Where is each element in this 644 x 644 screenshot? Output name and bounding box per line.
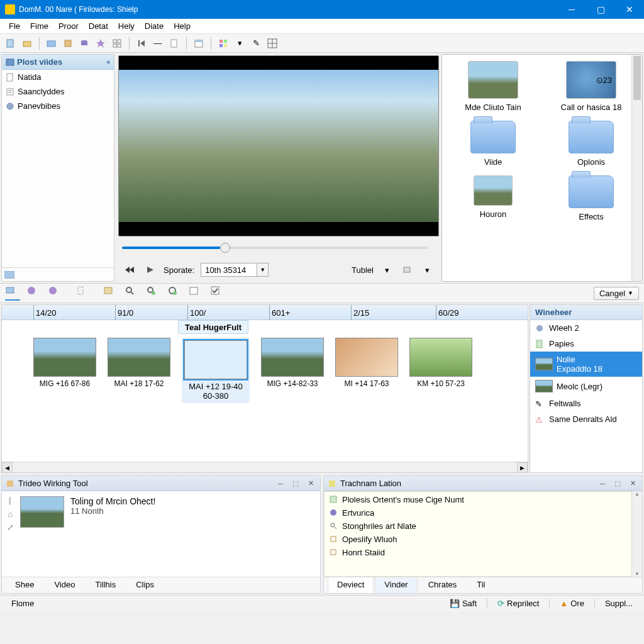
tubl-dropdown-1[interactable]: ▾ (380, 263, 394, 277)
tl-cal-icon[interactable] (189, 286, 204, 301)
tl-globe2-icon[interactable] (48, 286, 63, 301)
tl-marker-icon[interactable] (75, 286, 91, 301)
menu-hely[interactable]: Hely (113, 20, 140, 32)
tubl-icon[interactable] (400, 263, 414, 277)
tab-clips[interactable]: Clips (126, 577, 164, 593)
lib-item-houron[interactable]: Houron (447, 175, 539, 221)
panel-min-button[interactable]: ─ (275, 478, 286, 489)
log-item[interactable]: Plolesis Ortent's muse Cige Numt (325, 493, 641, 506)
tool-grid-icon[interactable] (110, 36, 124, 50)
home-small-icon[interactable]: ⌂ (8, 509, 13, 519)
tool-table-icon[interactable] (265, 36, 279, 50)
sidebar-item-panevbibes[interactable]: Panevbibes (2, 99, 114, 113)
menu-diate[interactable]: Diate (140, 20, 169, 32)
sporate-dropdown[interactable]: ▼ (257, 263, 269, 277)
timeline-ruler[interactable]: 14/20 91/0 100/ 601+ 2/15 60/29 (2, 305, 528, 320)
lib-item-viide[interactable]: Viide (447, 121, 539, 167)
scroll-left-button[interactable]: ◀ (2, 462, 13, 473)
status-reprilect[interactable]: ⟳Reprilect (491, 597, 545, 609)
sidebar-header[interactable]: Plost viides « (2, 55, 114, 70)
clip-item[interactable]: MIG +14-82-33 (261, 338, 324, 388)
maximize-button[interactable]: ▢ (586, 0, 615, 19)
ts-item-feltwalls[interactable]: ✎Feltwalls (530, 396, 642, 411)
tool-new-icon[interactable] (4, 36, 18, 50)
menu-help[interactable]: Help (169, 20, 196, 32)
log-item[interactable]: Stonghriles art Nlate (325, 519, 641, 533)
play-button[interactable] (143, 263, 157, 277)
library-scrollbar[interactable] (631, 55, 642, 281)
tool-entry[interactable]: Toling of Mrcin Ohect! 11 Nonth (70, 496, 155, 516)
menu-detat[interactable]: Detat (84, 20, 113, 32)
tool-star-icon[interactable] (94, 36, 108, 50)
menu-fle[interactable]: Fle (4, 20, 25, 32)
tl-globe1-icon[interactable] (26, 286, 42, 301)
clip-item[interactable]: MAI +18 17-62 (108, 338, 170, 388)
tool-skip-start-icon[interactable] (135, 36, 148, 50)
status-home[interactable]: Flome (5, 597, 40, 609)
scroll-right-button[interactable]: ▶ (517, 462, 528, 473)
tool-dash-icon[interactable]: — (151, 36, 165, 50)
tool-puzzle-icon[interactable] (61, 36, 75, 50)
tool-page-icon[interactable] (167, 36, 181, 50)
status-suppl[interactable]: Suppl... (599, 597, 639, 609)
tl-zoomin-icon[interactable] (146, 286, 161, 301)
minimize-button[interactable]: ─ (557, 0, 586, 19)
timeline-hscrollbar[interactable]: ◀ ▶ (2, 462, 528, 472)
close-button[interactable]: ✕ (615, 0, 644, 19)
ts-item-same-denralts[interactable]: ⚠Same Denralts Ald (530, 411, 642, 427)
tab-til[interactable]: Til (467, 577, 494, 593)
expand-icon[interactable]: ⤢ (7, 523, 14, 532)
lib-item-call-hasica[interactable]: ⊙23Call or hasica 18 (545, 61, 637, 112)
seek-slider[interactable] (122, 247, 429, 249)
prev-button[interactable] (123, 263, 137, 277)
tool-db-icon[interactable] (77, 36, 91, 50)
tab-vinder[interactable]: Vinder (375, 577, 417, 593)
tool-open-icon[interactable] (20, 36, 34, 50)
sidebar-item-saanclyddes[interactable]: Saanclyddes (2, 84, 114, 99)
tl-image-icon[interactable] (103, 286, 118, 301)
seek-thumb[interactable] (220, 243, 230, 253)
tl-check-icon[interactable] (210, 286, 225, 301)
clip-item[interactable]: MI +14 17-63 (335, 338, 398, 388)
tl-zoom-icon[interactable] (125, 286, 140, 301)
ts-item-papies[interactable]: Papies (530, 336, 642, 352)
panel-close-button[interactable]: ✕ (305, 478, 316, 489)
clip-item[interactable]: KM +10 57-23 (409, 338, 472, 388)
lib-item-mde-cliuto[interactable]: Mde Cliuto Tain (447, 61, 539, 112)
lib-item-oplonis[interactable]: Oplonis (545, 121, 637, 167)
tubl-dropdown-2[interactable]: ▾ (420, 263, 434, 277)
tool-palette-icon[interactable] (216, 36, 230, 50)
clip-item-selected[interactable]: MAI +12 19-4060-380 (182, 338, 250, 403)
tab-tillhis[interactable]: Tillhis (86, 577, 125, 593)
menu-fime[interactable]: Fime (25, 20, 53, 32)
log-item[interactable]: Honrt Staiid (325, 546, 641, 559)
tool-dropdown-icon[interactable]: ▾ (233, 36, 247, 50)
tab-chrates[interactable]: Chrates (419, 577, 467, 593)
ts-item-nolie[interactable]: NolieExpaddto 18 (530, 352, 642, 377)
tool-calendar-icon[interactable] (192, 36, 206, 50)
status-saft[interactable]: 💾Saft (443, 597, 483, 609)
log-scrollbar[interactable] (631, 491, 642, 577)
panel-close-button[interactable]: ✕ (627, 478, 638, 489)
panel-min-button[interactable]: ─ (597, 478, 608, 489)
tab-shee[interactable]: Shee (6, 577, 43, 593)
video-preview[interactable] (118, 55, 439, 236)
log-item[interactable]: Opeslify Wluoh (325, 533, 641, 546)
card-icon[interactable] (4, 271, 14, 279)
tab-deviect[interactable]: Deviect (328, 577, 374, 593)
cancel-button[interactable]: Cangel▼ (594, 287, 639, 300)
tl-view-icon[interactable] (5, 286, 20, 301)
tl-zoomout-icon[interactable] (167, 286, 182, 301)
status-ore[interactable]: ▲Ore (553, 597, 591, 609)
panel-pin-button[interactable]: ⬚ (290, 478, 301, 489)
sidebar-item-natida[interactable]: Natida (2, 70, 114, 84)
sporate-input[interactable] (201, 263, 257, 277)
lib-item-effects[interactable]: Effects (545, 175, 637, 221)
clip-item[interactable]: MIG +16 67-86 (33, 338, 96, 388)
tool-pencil-icon[interactable]: ✎ (249, 36, 263, 50)
menu-proor[interactable]: Proor (53, 20, 84, 32)
ts-item-wleeh[interactable]: Wleeh 2 (530, 320, 642, 336)
ts-item-meolc[interactable]: Meolc (Legr) (530, 377, 642, 396)
tab-video[interactable]: Video (45, 577, 84, 593)
log-item[interactable]: Ertvurica (325, 506, 641, 519)
